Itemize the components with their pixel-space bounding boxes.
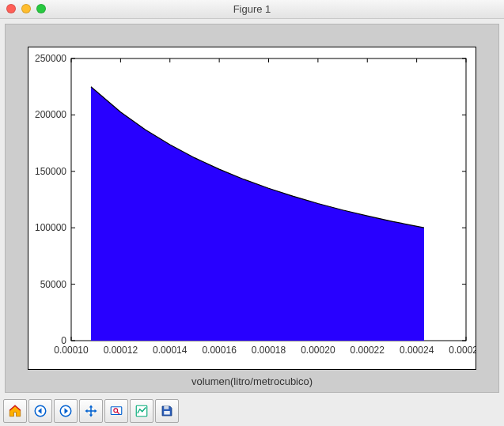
home-icon [8, 404, 22, 418]
arrow-left-icon [33, 404, 47, 418]
svg-text:250000: 250000 [35, 53, 66, 64]
home-button[interactable] [3, 399, 27, 423]
svg-text:200000: 200000 [35, 109, 66, 120]
svg-text:0.00016: 0.00016 [202, 345, 237, 356]
plot-area[interactable]: 0500001000001500002000002500000.000100.0… [28, 47, 476, 370]
figure-panel: presion(pascales) 0500001000001500002000… [5, 24, 499, 393]
save-button[interactable] [155, 399, 179, 423]
svg-text:0.00018: 0.00018 [252, 345, 286, 356]
zoom-rect-icon [109, 404, 123, 418]
plot-svg: 0500001000001500002000002500000.000100.0… [28, 47, 476, 369]
pan-button[interactable] [79, 399, 103, 423]
zoom-window-icon[interactable] [36, 4, 46, 13]
svg-text:0.00026: 0.00026 [449, 345, 476, 356]
nav-toolbar [3, 399, 179, 423]
back-button[interactable] [28, 399, 52, 423]
svg-rect-52 [164, 406, 169, 409]
svg-text:0.00024: 0.00024 [400, 345, 434, 356]
svg-text:0.00014: 0.00014 [153, 345, 188, 356]
svg-rect-53 [164, 411, 170, 415]
svg-text:0.00020: 0.00020 [301, 345, 335, 356]
svg-rect-48 [111, 407, 122, 415]
floppy-icon [160, 404, 174, 418]
zoom-button[interactable] [104, 399, 128, 423]
close-icon[interactable] [6, 4, 16, 13]
arrow-right-icon [59, 404, 73, 418]
window-controls[interactable] [6, 4, 46, 13]
forward-button[interactable] [54, 399, 78, 423]
window-title: Figure 1 [233, 3, 271, 15]
svg-text:0.00012: 0.00012 [104, 345, 138, 356]
svg-text:50000: 50000 [40, 279, 67, 290]
svg-text:150000: 150000 [35, 166, 66, 177]
minimize-icon[interactable] [21, 4, 31, 13]
svg-text:100000: 100000 [35, 222, 66, 233]
svg-text:0.00022: 0.00022 [351, 345, 385, 356]
subplot-config-button[interactable] [130, 399, 153, 423]
subplot-icon [135, 404, 149, 418]
axis-label-x: volumen(litro/metrocubico) [6, 375, 498, 387]
window-titlebar: Figure 1 [0, 0, 504, 19]
move-icon [84, 404, 98, 418]
svg-text:0.00010: 0.00010 [54, 345, 89, 356]
